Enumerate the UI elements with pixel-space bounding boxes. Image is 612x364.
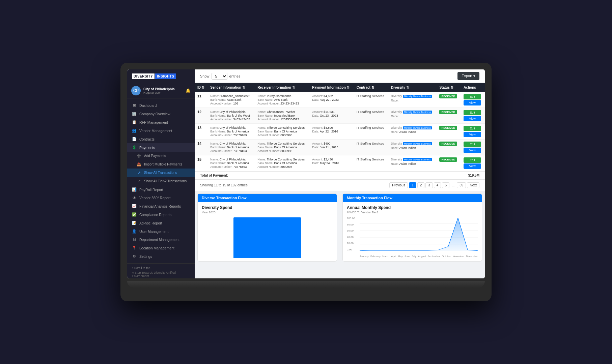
sidebar-item-label: Compliance Reports bbox=[139, 213, 171, 217]
total-label: Total of Payment: bbox=[200, 174, 228, 177]
bar-chart-bar bbox=[233, 217, 301, 258]
cell-id: 12 bbox=[195, 108, 207, 124]
sidebar-item-location-mgmt[interactable]: 📍 Location Management bbox=[127, 244, 195, 252]
sidebar-item-dashboard[interactable]: ⊞ Dashboard bbox=[127, 101, 195, 110]
sidebar-item-label: Add Payments bbox=[144, 154, 166, 158]
view-button[interactable]: View bbox=[464, 163, 481, 169]
sidebar-item-rfp-management[interactable]: 📋 RFP Management bbox=[127, 118, 195, 126]
edit-button[interactable]: Edit bbox=[464, 157, 481, 163]
col-sender: Sender Information ⇅ bbox=[207, 83, 255, 92]
sidebar-item-label: Vendor 360° Report bbox=[139, 196, 170, 200]
cell-payment: Amount: $2,430 Date: May 24 , 2016 bbox=[309, 155, 354, 171]
cell-id: 13 bbox=[195, 124, 207, 140]
sidebar-item-vendor-management[interactable]: 👥 Vendor Management bbox=[127, 126, 195, 135]
sidebar-item-financial[interactable]: 📈 Financial Analysis Reports bbox=[127, 202, 195, 210]
logo-insights: INSIGHTS bbox=[155, 73, 176, 79]
sidebar-footer: ↑ Scroll to top A Step Towards Diversity… bbox=[127, 263, 195, 278]
cell-diversity: Diversity Minority Owned Business Race: … bbox=[388, 124, 437, 140]
cell-payment: Amount: $4,800 Date: Apr 22 , 2016 bbox=[309, 124, 354, 140]
sidebar-item-import-payments[interactable]: 📥 Import Multiple Payments bbox=[127, 160, 195, 169]
sidebar-item-label: Show All Tier-2 Transactions bbox=[144, 179, 187, 183]
monthly-chart-subtitle: MWDB To Vendor Tier1 bbox=[347, 211, 478, 214]
transactions-table: ID ⇅ Sender Information ⇅ Receiver Infor… bbox=[195, 83, 485, 171]
cell-diversity: Diversity Minority Owned Business Race: bbox=[388, 92, 437, 108]
sidebar-item-user-mgmt[interactable]: 👤 User Management bbox=[127, 227, 195, 236]
pagination-ellipsis: ... bbox=[450, 183, 456, 187]
payments-icon: 💲 bbox=[132, 145, 137, 150]
pagination-next[interactable]: Next bbox=[467, 182, 479, 188]
bell-icon[interactable]: 🔔 bbox=[186, 88, 191, 93]
scroll-area[interactable]: Show 5 10 25 entries Export ▾ bbox=[195, 69, 485, 278]
pagination-page-39[interactable]: 39 bbox=[457, 182, 466, 188]
col-id: ID ⇅ bbox=[195, 83, 207, 92]
laptop-frame: DIVERSITY INSIGHTS CP City of Philadelph… bbox=[120, 63, 492, 301]
edit-button[interactable]: Edit bbox=[464, 126, 481, 131]
sidebar-item-dept-mgmt[interactable]: 🏛 Department Management bbox=[127, 236, 195, 244]
sidebar-item-show-all[interactable]: ↗ Show All Transactions bbox=[127, 169, 195, 177]
sidebar-item-label: Payments bbox=[139, 146, 155, 150]
location-icon: 📍 bbox=[132, 246, 137, 250]
entries-select[interactable]: 5 10 25 bbox=[212, 73, 227, 80]
cell-sender: Name: City of Philadelphia Bank Name: Ba… bbox=[207, 140, 255, 155]
view-button[interactable]: View bbox=[464, 148, 481, 153]
sidebar-item-adhoc[interactable]: 📝 Ad-hoc Report bbox=[127, 219, 195, 227]
pagination: Previous 1 2 3 4 5 ... 39 Next bbox=[389, 182, 479, 188]
cell-actions: Edit View bbox=[461, 155, 485, 171]
pagination-page-3[interactable]: 3 bbox=[425, 182, 433, 188]
scroll-to-top[interactable]: ↑ Scroll to top bbox=[132, 266, 190, 270]
view-button[interactable]: View bbox=[464, 116, 481, 121]
compliance-icon: ✅ bbox=[132, 212, 137, 217]
cell-actions: Edit View bbox=[461, 92, 485, 108]
sidebar-item-show-tier2[interactable]: ↗ Show All Tier-2 Transactions bbox=[127, 177, 195, 185]
sidebar-item-company-overview[interactable]: 🏢 Company Overview bbox=[127, 110, 195, 118]
total-value: $19.5M bbox=[468, 174, 479, 177]
sidebar-tagline: A Step Towards Diversity Unified Environ… bbox=[132, 271, 190, 278]
sidebar-item-vendor360[interactable]: 👁 Vendor 360° Report bbox=[127, 194, 195, 202]
view-button[interactable]: View bbox=[464, 132, 481, 137]
cell-contract: IT Staffing Services bbox=[354, 108, 388, 124]
table-row: 12 Name: City of Philadelphia Bank Name:… bbox=[195, 108, 485, 124]
cell-receiver: Name: Triforce Consulting Services Bank … bbox=[255, 155, 309, 171]
cell-id: 14 bbox=[195, 140, 207, 155]
monthly-chart-body: Annual Monthly Spend MWDB To Vendor Tier… bbox=[343, 202, 482, 261]
table-row: 15 Name: City of Philadelphia Bank Name:… bbox=[195, 155, 485, 171]
pagination-page-1[interactable]: 1 bbox=[409, 182, 416, 188]
pagination-page-5[interactable]: 5 bbox=[442, 182, 449, 188]
financial-icon: 📈 bbox=[132, 204, 137, 208]
pagination-page-4[interactable]: 4 bbox=[434, 182, 441, 188]
sidebar-item-label: Location Management bbox=[139, 246, 174, 250]
sidebar-item-add-payments[interactable]: ➕ Add Payments bbox=[127, 152, 195, 160]
sidebar-item-payments[interactable]: 💲 Payments bbox=[127, 143, 195, 152]
sidebar-item-label: Vendor Management bbox=[139, 129, 172, 133]
laptop-base bbox=[127, 281, 485, 288]
vendor-icon: 👥 bbox=[132, 128, 137, 133]
table-row: 11 Name: Ciarabelle_Schneier28 Bank Name… bbox=[195, 92, 485, 108]
diversity-chart-header: Diverse Transaction Flow bbox=[198, 194, 337, 202]
sidebar-item-label: Company Overview bbox=[139, 112, 170, 116]
show-label: Show bbox=[200, 74, 210, 78]
view-button[interactable]: View bbox=[464, 100, 481, 105]
sidebar-item-settings[interactable]: ⚙ Settings bbox=[127, 252, 195, 261]
pagination-previous[interactable]: Previous bbox=[389, 182, 408, 188]
sidebar-item-compliance[interactable]: ✅ Compliance Reports bbox=[127, 210, 195, 219]
pagination-page-2[interactable]: 2 bbox=[417, 182, 425, 188]
export-button[interactable]: Export ▾ bbox=[457, 72, 479, 80]
settings-icon: ⚙ bbox=[132, 254, 137, 259]
cell-receiver: Name: Triforce Consulting Services Bank … bbox=[255, 124, 309, 140]
cell-receiver: Name: Christiansen - Weber Bank Name: In… bbox=[255, 108, 309, 124]
sidebar-item-contracts[interactable]: 📄 Contracts bbox=[127, 135, 195, 143]
sidebar: DIVERSITY INSIGHTS CP City of Philadelph… bbox=[127, 69, 195, 278]
laptop-screen: DIVERSITY INSIGHTS CP City of Philadelph… bbox=[127, 69, 485, 278]
cell-payment: Amount: $11,531 Date: Oct 23 , 2023 bbox=[309, 108, 354, 124]
cell-contract: IT Staffing Services bbox=[354, 155, 388, 171]
col-actions: Actions bbox=[461, 83, 485, 92]
sidebar-item-label: Contracts bbox=[139, 137, 155, 141]
sidebar-item-payroll[interactable]: 📊 PayRoll Report bbox=[127, 185, 195, 194]
table-row: 14 Name: City of Philadelphia Bank Name:… bbox=[195, 140, 485, 155]
main-header: Show 5 10 25 entries Export ▾ bbox=[195, 69, 485, 83]
edit-button[interactable]: Edit bbox=[464, 110, 481, 115]
payroll-icon: 📊 bbox=[132, 187, 137, 192]
edit-button[interactable]: Edit bbox=[464, 94, 481, 99]
col-payment: Payment Information ⇅ bbox=[309, 83, 354, 92]
edit-button[interactable]: Edit bbox=[464, 142, 481, 147]
